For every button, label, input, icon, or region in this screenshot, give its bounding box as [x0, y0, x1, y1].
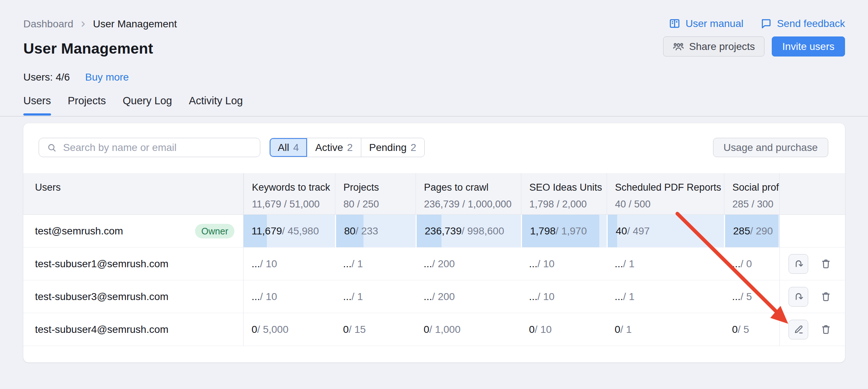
- limit-value: / 1: [623, 291, 634, 303]
- filter-active-count: 2: [347, 142, 353, 153]
- column-header-social-profiles: Social profiles285 / 300: [724, 173, 779, 215]
- search-field: [39, 138, 260, 157]
- usage-cell: ... / 10: [521, 280, 607, 313]
- used-value: 0: [343, 324, 349, 335]
- column-header-projects: Projects80 / 250: [335, 173, 416, 215]
- search-input[interactable]: [39, 138, 260, 157]
- table-row-user-cell: test-subuser3@semrush.com: [23, 280, 244, 313]
- resend-invite-button[interactable]: [789, 254, 808, 274]
- edit-user-button[interactable]: [789, 320, 808, 339]
- user-email: test-subuser3@semrush.com: [35, 291, 168, 303]
- tabs-divider: [0, 116, 868, 117]
- invite-users-label: Invite users: [782, 41, 834, 52]
- usage-cell: 80 / 233: [335, 215, 416, 248]
- row-actions: [779, 280, 845, 313]
- resend-invite-icon: [793, 258, 804, 269]
- usage-cell: 0 / 1,000: [416, 313, 521, 346]
- table-row-user-cell: test-subuser4@semrush.com: [23, 313, 244, 346]
- limit-value: / 233: [355, 225, 378, 237]
- limit-value: / 1: [620, 324, 632, 335]
- column-header-users: Users: [23, 173, 244, 215]
- usage-cell: ... / 5: [724, 280, 779, 313]
- user-email: test-subuser1@semrush.com: [35, 258, 168, 270]
- tab-query-log[interactable]: Query Log: [123, 95, 172, 116]
- tab-users[interactable]: Users: [23, 95, 51, 116]
- status-filter: All 4 Active 2 Pending 2: [269, 138, 425, 157]
- owner-badge: Owner: [195, 224, 234, 238]
- usage-cell: ... / 1: [335, 248, 416, 280]
- column-usage: 236,739 / 1,000,000: [424, 198, 521, 210]
- used-value: 11,679: [252, 225, 282, 237]
- limit-value: / 10: [260, 291, 277, 303]
- used-value: ...: [529, 291, 537, 303]
- delete-user-button[interactable]: [818, 320, 834, 339]
- used-value: 40: [616, 225, 627, 237]
- page-title: User Management: [23, 40, 153, 57]
- delete-user-button[interactable]: [818, 254, 834, 274]
- used-value: ...: [732, 291, 740, 303]
- invite-users-button[interactable]: Invite users: [772, 36, 845, 57]
- limit-value: / 10: [537, 258, 554, 270]
- edit-icon: [793, 324, 804, 335]
- usage-and-purchase-button[interactable]: Usage and purchase: [713, 138, 828, 157]
- limit-value: / 200: [432, 258, 455, 270]
- used-value: ...: [343, 258, 351, 270]
- limit-value: / 0: [740, 258, 752, 270]
- used-value: 0: [615, 324, 620, 335]
- usage-cell: 236,739 / 998,600: [416, 215, 521, 248]
- used-value: ...: [343, 291, 351, 303]
- usage-cell: 0 / 10: [521, 313, 607, 346]
- column-usage: 11,679 / 51,000: [252, 198, 335, 210]
- filter-all[interactable]: All 4: [270, 138, 307, 157]
- usage-cell: 11,679 / 45,980: [244, 215, 335, 248]
- usage-and-purchase-label: Usage and purchase: [724, 142, 818, 153]
- limit-value: / 1: [623, 258, 634, 270]
- table-row-user-cell: test@semrush.comOwner: [23, 215, 244, 248]
- column-usage: 285 / 300: [732, 198, 779, 210]
- used-value: 0: [252, 324, 257, 335]
- share-projects-button[interactable]: Share projects: [663, 36, 764, 57]
- breadcrumb: Dashboard User Management: [23, 18, 177, 30]
- filter-pending[interactable]: Pending 2: [361, 138, 424, 157]
- delete-user-button[interactable]: [818, 287, 834, 307]
- filter-all-count: 4: [293, 142, 299, 153]
- buy-more-link[interactable]: Buy more: [85, 71, 129, 83]
- column-label: Scheduled PDF Reports: [615, 181, 724, 194]
- used-value: 0: [424, 324, 429, 335]
- breadcrumb-current: User Management: [93, 18, 177, 30]
- limit-value: / 5: [740, 291, 752, 303]
- limit-value: / 998,600: [462, 225, 504, 237]
- usage-cell: 1,798 / 1,970: [521, 215, 607, 248]
- limit-value: / 10: [260, 258, 277, 270]
- resend-invite-button[interactable]: [789, 287, 808, 307]
- column-header-actions: [779, 173, 845, 215]
- users-table: UsersKeywords to track11,679 / 51,000Pro…: [23, 173, 845, 346]
- column-label: Keywords to track: [252, 181, 335, 194]
- breadcrumb-dashboard-link[interactable]: Dashboard: [23, 18, 73, 30]
- filter-active[interactable]: Active 2: [307, 138, 361, 157]
- tab-activity-log[interactable]: Activity Log: [189, 95, 243, 116]
- limit-value: / 5,000: [257, 324, 289, 335]
- usage-cell: ... / 200: [416, 248, 521, 280]
- column-header-scheduled-pdf-reports: Scheduled PDF Reports40 / 500: [607, 173, 724, 215]
- send-feedback-link[interactable]: Send feedback: [760, 17, 845, 30]
- limit-value: / 45,980: [282, 225, 319, 237]
- used-value: ...: [615, 258, 623, 270]
- trash-icon: [820, 291, 832, 303]
- used-value: ...: [529, 258, 537, 270]
- limit-value: / 200: [432, 291, 455, 303]
- tab-projects[interactable]: Projects: [68, 95, 106, 116]
- usage-cell: ... / 1: [607, 280, 724, 313]
- limit-value: / 10: [537, 291, 554, 303]
- used-value: 1,798: [530, 225, 556, 237]
- table-row-user-cell: test-subuser1@semrush.com: [23, 248, 244, 280]
- people-icon: [673, 41, 684, 52]
- filter-all-label: All: [278, 142, 289, 153]
- column-label: Users: [35, 181, 243, 194]
- chevron-right-icon: [78, 19, 88, 29]
- usage-cell: 285 / 290: [724, 215, 779, 248]
- used-value: ...: [615, 291, 623, 303]
- usage-cell: 0 / 5: [724, 313, 779, 346]
- used-value: 0: [529, 324, 535, 335]
- user-manual-link[interactable]: User manual: [669, 17, 743, 30]
